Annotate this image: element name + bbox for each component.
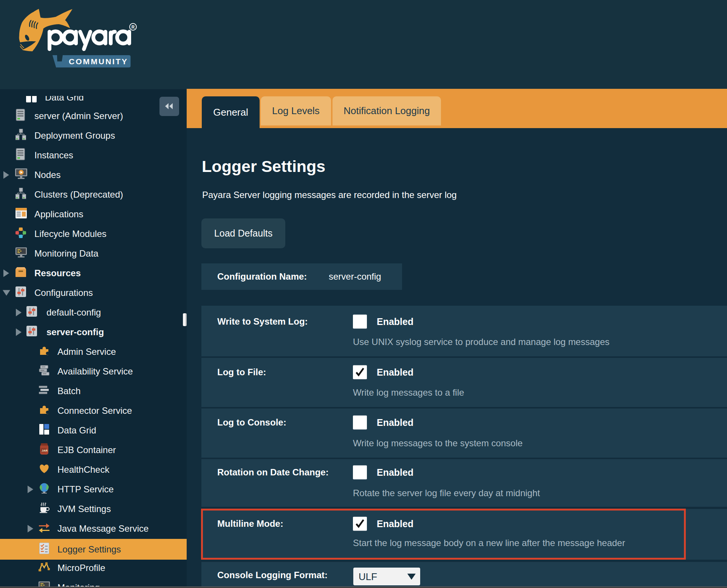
svg-text:JAR: JAR [42,449,48,452]
svg-text:COMMUNITY: COMMUNITY [69,57,128,66]
svg-text:R: R [131,25,135,30]
